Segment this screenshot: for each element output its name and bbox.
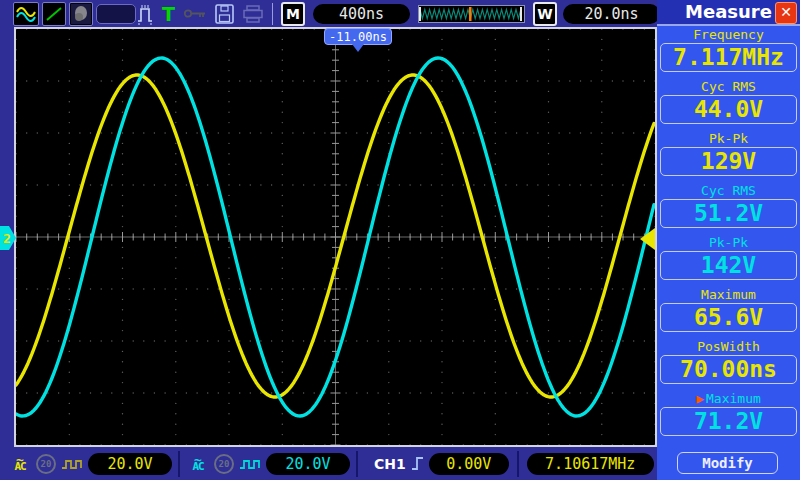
window-timebase-value: 20.0ns bbox=[563, 4, 660, 24]
measurement-list: Frequency7.117MHzCyc RMS44.0VPk-Pk129VCy… bbox=[657, 26, 800, 442]
measurement-row: Cyc RMS44.0V bbox=[657, 78, 800, 130]
display-thumbnail-icon[interactable] bbox=[69, 2, 93, 26]
measurement-label-text: Cyc RMS bbox=[701, 183, 756, 198]
ch2-scale-value: 20.0V bbox=[266, 453, 350, 475]
measurement-value: 70.00ns bbox=[660, 355, 797, 384]
ch1-bw-limit-icon: 20 bbox=[36, 454, 56, 474]
waveform-plot bbox=[16, 29, 655, 445]
rising-slope-icon bbox=[410, 453, 425, 475]
ch2-marker-label: 2 bbox=[3, 231, 11, 246]
measurement-row: ▶Maximum71.2V bbox=[657, 390, 800, 442]
selected-arrow-icon: ▶ bbox=[696, 391, 704, 406]
measurement-value: 7.117MHz bbox=[660, 43, 797, 72]
ch2-position-marker[interactable]: 2 bbox=[0, 226, 17, 254]
measurement-label-text: Frequency bbox=[693, 27, 763, 42]
main-timebase-icon: M bbox=[281, 2, 305, 26]
oscilloscope-screen: T M 400ns W 20.0ns -11.00ns 2 bbox=[0, 0, 800, 480]
trigger-level-value: 0.00V bbox=[429, 453, 509, 475]
measurement-label-text: Maximum bbox=[701, 287, 756, 302]
measurement-label-text: PosWidth bbox=[697, 339, 760, 354]
measurement-label-text: Maximum bbox=[706, 391, 761, 406]
waveform-display bbox=[14, 27, 657, 447]
measurement-value: 65.6V bbox=[660, 303, 797, 332]
memory-overview-strip bbox=[418, 5, 525, 23]
cursor-line-icon[interactable] bbox=[42, 2, 66, 26]
ch1-square-wave-icon bbox=[60, 453, 84, 475]
frequency-counter-value: 7.10617MHz bbox=[527, 453, 654, 475]
ch2-square-wave-icon bbox=[238, 453, 262, 475]
panel-title-text: Measure bbox=[685, 1, 772, 22]
bottom-status-bar: ~AC 20 20.0V ~AC 20 20.0V CH1 0.00 bbox=[0, 447, 657, 480]
measurement-value: 129V bbox=[660, 147, 797, 176]
measurement-label: PosWidth bbox=[657, 338, 800, 355]
ch2-ac-coupling-icon: ~AC bbox=[186, 456, 210, 471]
channels-waveform-icon[interactable] bbox=[13, 2, 39, 26]
top-toolbar: T M 400ns W 20.0ns bbox=[0, 0, 657, 27]
toolbar-separator bbox=[272, 3, 273, 25]
measurement-label-text: Pk-Pk bbox=[709, 235, 748, 250]
measurement-value: 71.2V bbox=[660, 407, 797, 436]
window-timebase-icon: W bbox=[533, 2, 557, 26]
statusbar-separator bbox=[356, 451, 358, 477]
measurement-row: Frequency7.117MHz bbox=[657, 26, 800, 78]
measurement-label: Cyc RMS bbox=[657, 78, 800, 95]
measurement-label: ▶Maximum bbox=[657, 390, 800, 407]
measurement-label: Frequency bbox=[657, 26, 800, 43]
measurement-label: Maximum bbox=[657, 286, 800, 303]
close-icon[interactable]: ✕ bbox=[775, 2, 797, 24]
main-timebase-value: 400ns bbox=[313, 4, 410, 24]
modify-button[interactable]: Modify bbox=[677, 452, 778, 474]
measurement-value: 51.2V bbox=[660, 199, 797, 228]
key-lock-icon[interactable] bbox=[183, 3, 207, 25]
measurement-row: Maximum65.6V bbox=[657, 286, 800, 338]
measurement-row: PosWidth70.00ns bbox=[657, 338, 800, 390]
measurement-row: Cyc RMS51.2V bbox=[657, 182, 800, 234]
measure-panel: Measure ✕ Frequency7.117MHzCyc RMS44.0VP… bbox=[657, 0, 800, 480]
measure-panel-title: Measure ✕ bbox=[657, 0, 800, 26]
ch1-ac-coupling-icon: ~AC bbox=[8, 456, 32, 471]
save-floppy-icon[interactable] bbox=[215, 3, 234, 25]
measurement-label-text: Cyc RMS bbox=[701, 79, 756, 94]
trigger-level-marker[interactable] bbox=[640, 228, 655, 250]
measurement-label: Pk-Pk bbox=[657, 130, 800, 147]
measurement-label: Pk-Pk bbox=[657, 234, 800, 251]
measurement-row: Pk-Pk129V bbox=[657, 130, 800, 182]
pulse-trigger-icon[interactable] bbox=[136, 3, 154, 25]
trigger-source-label: CH1 bbox=[374, 456, 406, 472]
empty-menu-slot bbox=[96, 4, 136, 24]
measurement-value: 142V bbox=[660, 251, 797, 280]
statusbar-separator bbox=[178, 451, 180, 477]
ch1-scale-value: 20.0V bbox=[88, 453, 172, 475]
measurement-label: Cyc RMS bbox=[657, 182, 800, 199]
ch2-bw-limit-icon: 20 bbox=[214, 454, 234, 474]
trigger-position-marker[interactable]: -11.00ns bbox=[324, 28, 392, 45]
trigger-t-icon[interactable]: T bbox=[162, 3, 175, 25]
measurement-value: 44.0V bbox=[660, 95, 797, 124]
statusbar-separator bbox=[517, 451, 519, 477]
print-icon[interactable] bbox=[242, 3, 264, 25]
measurement-label-text: Pk-Pk bbox=[709, 131, 748, 146]
measurement-row: Pk-Pk142V bbox=[657, 234, 800, 286]
